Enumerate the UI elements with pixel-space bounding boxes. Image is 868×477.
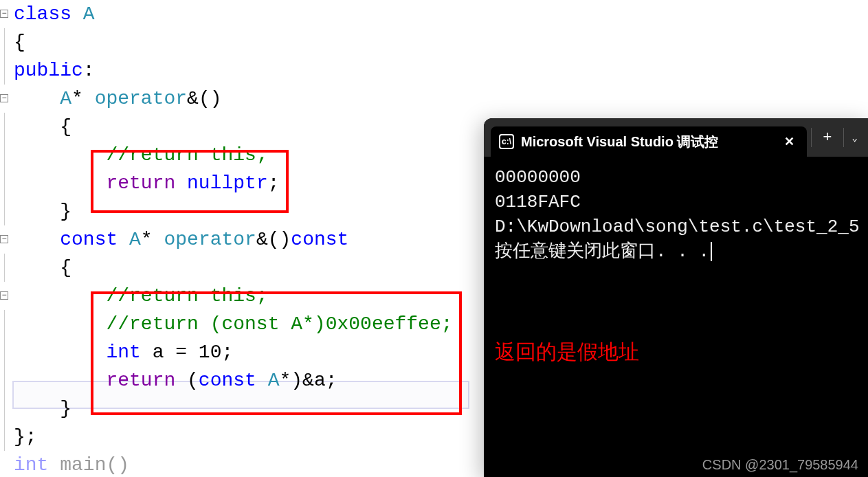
fold-guide (4, 169, 5, 197)
colon: : (83, 60, 95, 81)
fold-guide (4, 254, 5, 282)
code-line: − const A* operator&()const (0, 225, 481, 254)
fold-guide (4, 197, 5, 225)
terminal-output-line: 按任意键关闭此窗口. . . (495, 239, 858, 264)
amp-parens: &() (187, 88, 221, 109)
fold-guide (4, 113, 5, 141)
divider (811, 128, 812, 147)
fold-guide (4, 56, 5, 85)
keyword-const: const (291, 229, 348, 250)
code-line: }; (0, 423, 481, 451)
brace-semi: }; (14, 426, 37, 447)
keyword-int: int (14, 454, 48, 476)
type-name: A (60, 88, 71, 109)
amp-parens: &() (256, 229, 291, 250)
chevron-down-icon[interactable]: ⌄ (848, 132, 862, 144)
brace: } (14, 398, 71, 419)
terminal-output-line: 0118FAFC (495, 190, 858, 214)
highlight-box-1 (91, 150, 289, 213)
brace: { (14, 32, 25, 53)
highlight-box-2 (91, 291, 462, 415)
code-line: − A* operator&() (0, 85, 481, 113)
close-icon[interactable]: ✕ (780, 134, 799, 149)
fold-guide (4, 395, 5, 423)
keyword-const: const (60, 229, 118, 250)
fold-guide (4, 366, 5, 395)
terminal-titlebar[interactable]: c:\ Microsoft Visual Studio 调试控 ✕ + ⌄ (484, 118, 868, 157)
keyword-class: class (14, 3, 71, 25)
keyword-operator: operator (83, 88, 187, 109)
fold-guide (4, 310, 5, 338)
space (118, 229, 129, 250)
code-line: { (0, 28, 481, 56)
class-name: A (71, 3, 95, 25)
terminal-icon: c:\ (499, 134, 514, 149)
code-editor: −class A { public: − A* operator&() { //… (0, 0, 481, 477)
brace: { (14, 257, 71, 278)
terminal-output-line: D:\KwDownload\song\test.c\test_2_5 (495, 214, 858, 239)
fold-guide (4, 28, 5, 56)
brace: } (14, 201, 71, 222)
terminal-window: c:\ Microsoft Visual Studio 调试控 ✕ + ⌄ 00… (484, 118, 868, 477)
annotation-text: 返回的是假地址 (495, 338, 639, 366)
indent (14, 229, 60, 250)
star: * (141, 229, 153, 250)
terminal-output-line: 00000000 (495, 165, 858, 190)
indent (14, 88, 60, 109)
star: * (71, 88, 83, 109)
code-line: { (0, 113, 481, 141)
keyword-public: public (14, 60, 83, 81)
code-line: { (0, 254, 481, 282)
fold-guide (4, 338, 5, 366)
fold-guide (4, 141, 5, 169)
divider (843, 128, 844, 147)
code-line: −class A (0, 0, 481, 28)
fold-marker-icon[interactable]: − (0, 235, 8, 243)
code-line: public: (0, 56, 481, 85)
fold-guide (4, 423, 5, 451)
main: main() (48, 454, 129, 476)
terminal-body[interactable]: 00000000 0118FAFC D:\KwDownload\song\tes… (484, 157, 868, 272)
code-line: int main() (0, 451, 481, 477)
terminal-tab-title: Microsoft Visual Studio 调试控 (521, 133, 773, 151)
fold-marker-icon[interactable]: − (0, 94, 8, 102)
new-tab-button[interactable]: + (816, 129, 838, 146)
fold-marker-icon[interactable]: − (0, 291, 8, 300)
brace: { (14, 116, 71, 137)
fold-marker-icon[interactable]: − (0, 10, 8, 18)
watermark: CSDN @2301_79585944 (702, 457, 858, 473)
type-name: A (129, 229, 141, 250)
keyword-operator: operator (153, 229, 256, 250)
terminal-prompt-text: 按任意键关闭此窗口. . . (495, 241, 709, 262)
cursor-icon (711, 242, 712, 261)
terminal-tab[interactable]: c:\ Microsoft Visual Studio 调试控 ✕ (491, 126, 807, 157)
